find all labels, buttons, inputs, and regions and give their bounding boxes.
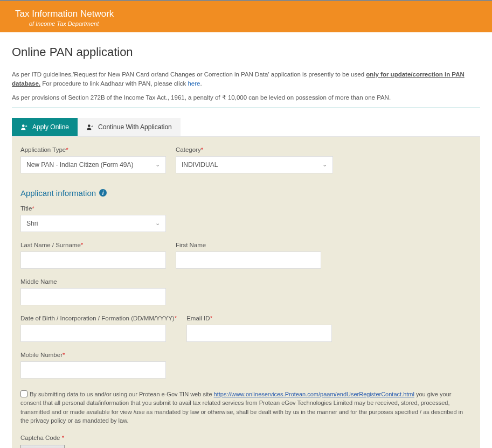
email-label: Email ID*: [186, 315, 332, 321]
dob-label: Date of Birth / Incorporation / Formatio…: [20, 315, 177, 321]
last-name-label: Last Name / Surname*: [20, 242, 166, 248]
application-type-select[interactable]: New PAN - Indian Citizen (Form 49A) ⌄: [20, 156, 166, 173]
category-select[interactable]: INDIVIDUAL ⌄: [176, 156, 333, 173]
title-label: Title*: [20, 205, 166, 212]
site-header: Tax Information Network of Income Tax De…: [0, 1, 492, 32]
tab-apply-online[interactable]: Apply Online: [12, 118, 78, 136]
tabs: Apply Online Continue With Application: [12, 118, 480, 137]
first-name-input[interactable]: [176, 251, 321, 269]
consent-block: By submitting data to us and/or using ou…: [20, 389, 472, 425]
chevron-down-icon: ⌄: [322, 161, 327, 168]
middle-name-label: Middle Name: [20, 278, 166, 285]
tab-continue-application[interactable]: Continue With Application: [78, 118, 181, 136]
info-icon[interactable]: i: [99, 189, 107, 197]
first-name-label: First Name: [176, 242, 321, 248]
header-title: Tax Information Network: [15, 9, 477, 19]
divider: [12, 108, 480, 108]
mobile-input[interactable]: [20, 361, 166, 379]
application-type-label: Application Type*: [20, 146, 166, 153]
applicant-info-heading: Applicant information i: [20, 188, 472, 198]
user-check-icon: [86, 123, 94, 131]
email-input[interactable]: [186, 325, 332, 342]
form-panel: Application Type* New PAN - Indian Citiz…: [12, 137, 480, 448]
user-plus-icon: [20, 123, 28, 131]
middle-name-input[interactable]: [20, 288, 166, 305]
svg-point-0: [22, 124, 25, 127]
captcha-label: Captcha Code *: [20, 435, 64, 441]
last-name-input[interactable]: [20, 251, 166, 269]
guideline-2: As per provisions of Section 272B of the…: [12, 93, 480, 102]
guideline-1: As per ITD guidelines,'Request for New P…: [12, 70, 480, 89]
header-subtitle: of Income Tax Department: [29, 20, 477, 27]
aadhaar-link[interactable]: here: [188, 80, 200, 87]
dob-input[interactable]: [20, 325, 166, 342]
chevron-down-icon: ⌄: [155, 161, 160, 168]
chevron-down-icon: ⌄: [155, 220, 160, 227]
consent-link[interactable]: https://www.onlineservices.Protean.com/p…: [214, 391, 414, 397]
title-select[interactable]: Shri ⌄: [20, 215, 166, 232]
category-label: Category*: [176, 146, 333, 153]
page-title: Online PAN application: [12, 45, 480, 59]
captcha-image: sC6cY: [20, 445, 65, 448]
mobile-label: Mobile Number*: [20, 352, 166, 358]
consent-checkbox[interactable]: [20, 390, 27, 397]
svg-point-1: [88, 124, 91, 127]
